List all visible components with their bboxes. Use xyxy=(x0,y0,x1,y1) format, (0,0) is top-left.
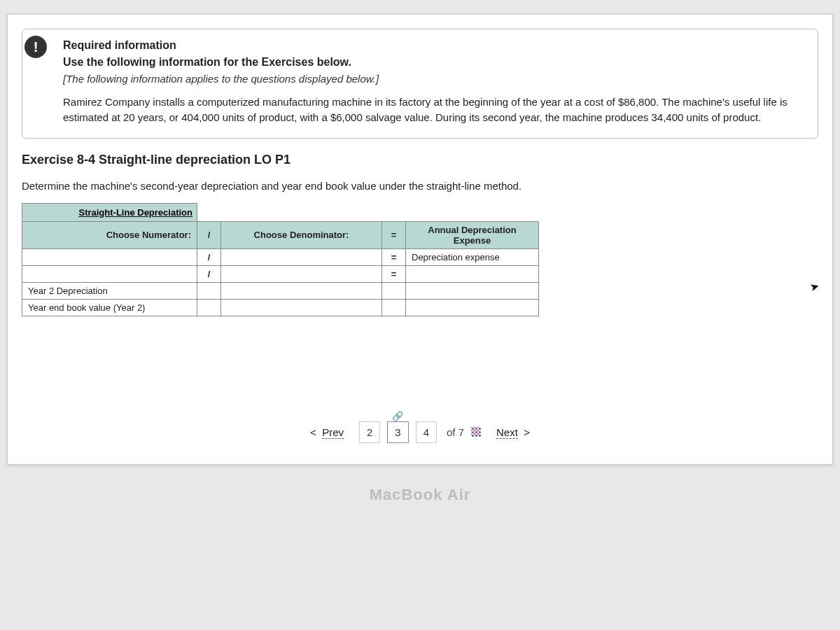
next-button[interactable]: Next > xyxy=(496,426,530,438)
page-num-4[interactable]: 4 xyxy=(416,421,437,443)
col-header-numerator: Choose Numerator: xyxy=(22,221,197,248)
chevron-left-icon: < xyxy=(310,426,316,438)
exercise-instruction: Determine the machine's second-year depr… xyxy=(22,180,818,192)
expense-label-cell: Depreciation expense xyxy=(406,248,539,265)
expense-value-cell[interactable] xyxy=(406,265,539,282)
slash-cell-2: / xyxy=(197,265,221,282)
chevron-right-icon: > xyxy=(524,426,530,438)
pager: < Prev 2 🔗 3 4 of 7 Next > xyxy=(8,421,832,464)
case-paragraph: Ramirez Company installs a computerized … xyxy=(63,94,805,125)
col-header-denominator: Choose Denominator: xyxy=(221,221,382,248)
page-num-3[interactable]: 🔗 3 xyxy=(387,421,408,443)
slash-op-1: / xyxy=(197,221,221,248)
slash-cell-1: / xyxy=(197,248,221,265)
numerator-input-1[interactable] xyxy=(22,248,197,265)
year-end-book-value[interactable] xyxy=(221,299,382,316)
denominator-input-1[interactable] xyxy=(221,248,382,265)
exercise-title: Exercise 8-4 Straight-line depreciation … xyxy=(22,153,818,167)
equals-op-1: = xyxy=(382,221,406,248)
table-top-header[interactable]: Straight-Line Depreciation xyxy=(22,203,197,221)
equals-cell-1: = xyxy=(382,248,406,265)
numerator-input-2[interactable] xyxy=(22,265,197,282)
link-icon: 🔗 xyxy=(392,411,403,421)
equals-cell-2: = xyxy=(382,265,406,282)
year2-depreciation-value[interactable] xyxy=(221,282,382,299)
required-title: Required information xyxy=(63,39,805,52)
of-label: of 7 xyxy=(447,426,464,438)
col-header-expense: Annual Depreciation Expense xyxy=(406,221,539,248)
exercise-page: ! Required information Use the following… xyxy=(7,14,833,465)
grid-icon[interactable] xyxy=(471,427,481,437)
row-year-end-book-value: Year end book value (Year 2) xyxy=(22,299,197,316)
prev-button[interactable]: < Prev xyxy=(310,426,344,438)
depreciation-table: Straight-Line Depreciation Choose Numera… xyxy=(22,203,539,316)
pager-numbers: 2 🔗 3 4 of 7 xyxy=(359,421,481,443)
row-year2-depreciation: Year 2 Depreciation xyxy=(22,282,197,299)
denominator-input-2[interactable] xyxy=(221,265,382,282)
applies-line: [The following information applies to th… xyxy=(63,73,805,85)
page-num-2[interactable]: 2 xyxy=(359,421,380,443)
device-label: MacBook Air xyxy=(7,486,833,504)
required-information-box: Required information Use the following i… xyxy=(22,29,818,139)
use-following-line: Use the following information for the Ex… xyxy=(63,56,805,69)
